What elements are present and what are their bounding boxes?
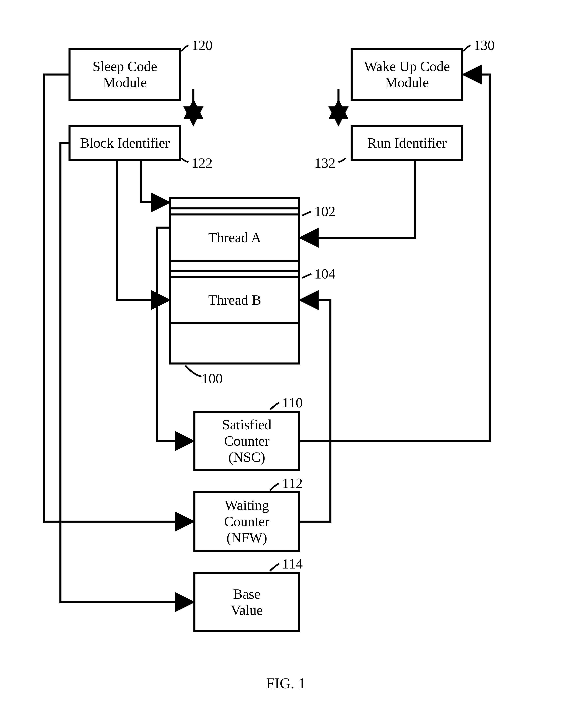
base-value-label: Base Value [231,586,263,619]
ref-102: 102 [314,204,336,220]
ref-132: 132 [314,155,336,171]
waiting-counter-label: Waiting Counter (NFW) [224,497,270,546]
figure-caption: FIG. 1 [0,675,572,692]
ref-112: 112 [282,475,303,491]
sleep-code-module-box: Sleep Code Module [69,48,181,101]
waiting-counter-box: Waiting Counter (NFW) [194,491,300,552]
divider [169,208,300,210]
wake-up-code-module-box: Wake Up Code Module [351,48,463,101]
thread-b-label: Thread B [208,292,261,308]
ref-130: 130 [474,37,495,53]
ref-100: 100 [202,371,223,387]
diagram-canvas: Thread A Thread B Sleep Code Module Bloc… [0,0,572,728]
wake-up-code-module-label: Wake Up Code Module [364,58,450,91]
ref-120: 120 [192,37,213,53]
run-identifier-label: Run Identifier [367,135,447,151]
satisfied-counter-label: Satisfied Counter (NSC) [222,417,272,465]
thread-a-label: Thread A [208,230,261,246]
thread-b-box: Thread B [169,276,300,324]
block-identifier-box: Block Identifier [69,125,181,161]
run-identifier-box: Run Identifier [351,125,463,161]
satisfied-counter-box: Satisfied Counter (NSC) [194,411,300,471]
ref-104: 104 [314,266,336,282]
sleep-code-module-label: Sleep Code Module [93,58,157,91]
thread-a-box: Thread A [169,214,300,262]
divider [169,270,300,272]
block-identifier-label: Block Identifier [80,135,170,151]
ref-110: 110 [282,395,303,411]
ref-122: 122 [192,155,213,171]
ref-114: 114 [282,556,303,572]
base-value-box: Base Value [194,572,300,632]
